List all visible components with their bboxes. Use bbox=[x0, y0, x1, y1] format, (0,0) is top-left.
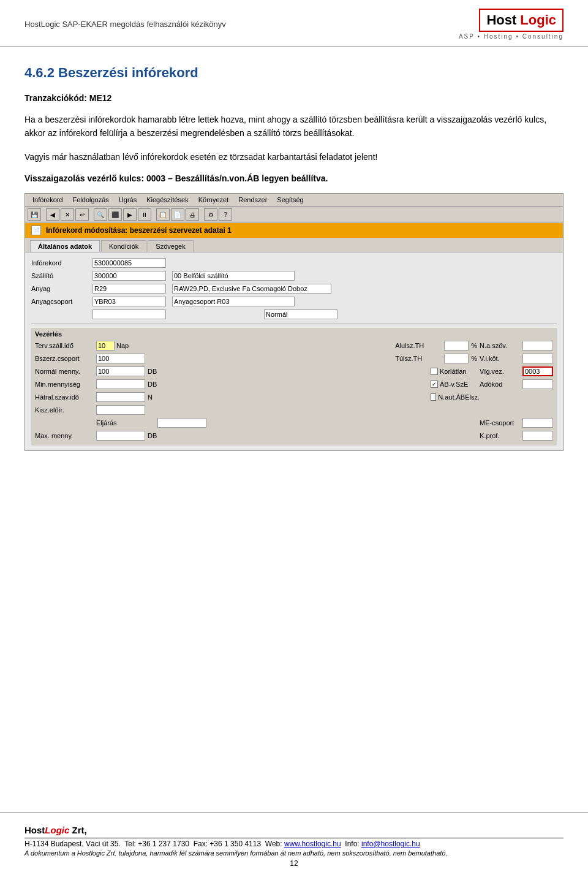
korlátlan-label: Korlátlan bbox=[440, 368, 466, 375]
vezerles-section: Vezérlés Terv.száll.idő 10 Nap Alulsz.TH… bbox=[31, 328, 557, 446]
toolbar-save-btn[interactable]: 💾 bbox=[28, 208, 41, 221]
footer-web-url[interactable]: www.hostlogic.hu bbox=[284, 840, 341, 848]
toolbar-btn3[interactable]: ▶ bbox=[123, 208, 137, 221]
anyag-input[interactable]: R29 bbox=[92, 284, 166, 294]
me-csoport-input[interactable] bbox=[522, 418, 553, 428]
menu-feldolgozas[interactable]: Feldolgozás bbox=[68, 195, 114, 205]
section-number: 4.6.2 bbox=[24, 65, 55, 80]
vi-kot-input[interactable] bbox=[522, 354, 553, 363]
menu-ugras[interactable]: Ugrás bbox=[114, 195, 141, 205]
toolbar-btn5[interactable]: 📋 bbox=[156, 208, 170, 221]
menu-kornyezet[interactable]: Környezet bbox=[194, 195, 234, 205]
normal-menny-label: Normál menny. bbox=[35, 368, 96, 375]
normal-menny-row: Normál menny. 100 DB Korlátlan Víg.vez. … bbox=[35, 366, 553, 377]
bszerz-csoport-input[interactable]: 100 bbox=[96, 354, 145, 363]
vezerles-title: Vezérlés bbox=[35, 330, 553, 338]
page-number: 12 bbox=[24, 859, 564, 868]
toolbar-btn7[interactable]: 🖨 bbox=[186, 208, 199, 221]
visszaigazolas-text: Visszaigazolás vezérlő kulcs: 0003 – Bes… bbox=[24, 173, 564, 183]
toolbar-exit-btn[interactable]: ✕ bbox=[61, 208, 74, 221]
logo-logic: Logic bbox=[520, 12, 556, 28]
ab-v-sze-label: ÁB-v.SzE bbox=[440, 381, 468, 388]
k-prof-label: K.prof. bbox=[480, 432, 522, 439]
bszerz-csoport-label: Bszerz.csoport bbox=[35, 355, 96, 362]
n-aut-checkbox[interactable] bbox=[431, 393, 436, 401]
bszerz-csoport-row: Bszerz.csoport 100 Túlsz.TH % V.i.köt. bbox=[35, 353, 553, 364]
vig-vez-label: Víg.vez. bbox=[480, 368, 522, 375]
footer-disclaimer: A dokumentum a Hostlogic Zrt. tulajdona,… bbox=[24, 849, 564, 857]
form-divider bbox=[31, 324, 557, 324]
menu-kiegeszitesek[interactable]: Kiegészítések bbox=[141, 195, 193, 205]
anyagcsoport-row: Anyagcsoport YBR03 Anyagcsoport R03 bbox=[31, 296, 557, 307]
vig-vez-input[interactable]: 0003 bbox=[522, 366, 553, 376]
toolbar-btn6[interactable]: 📄 bbox=[171, 208, 184, 221]
normal-menny-input[interactable]: 100 bbox=[96, 366, 145, 376]
toolbar-cancel-btn[interactable]: ↩ bbox=[75, 208, 89, 221]
description2: Vagyis már használatban lévő infórekordo… bbox=[24, 150, 564, 164]
adokod-input[interactable] bbox=[522, 379, 553, 389]
tranzakcio-label: Tranzakciókód: ME12 bbox=[24, 93, 564, 103]
toolbar-btn8[interactable]: ⚙ bbox=[204, 208, 217, 221]
inforekord-input[interactable]: 5300000085 bbox=[92, 258, 166, 268]
description1: Ha a beszerzési infórekordok hamarabb lé… bbox=[24, 113, 564, 140]
footer-email[interactable]: info@hostlogic.hu bbox=[361, 840, 420, 848]
terv-szall-label: Terv.száll.idő bbox=[35, 342, 96, 349]
max-menny-unit: DB bbox=[148, 432, 157, 439]
anyagcsoport-label: Anyagcsoport bbox=[31, 298, 92, 305]
hatral-szav-input[interactable] bbox=[96, 392, 145, 402]
alulsz-th-input[interactable] bbox=[444, 341, 469, 351]
anyag-row: Anyag R29 RAW29,PD, Exclusive Fa Csomago… bbox=[31, 283, 557, 294]
tab-szovegek[interactable]: Szövegek bbox=[148, 240, 193, 252]
toolbar-btn9[interactable]: ? bbox=[219, 208, 232, 221]
sap-tabs: Általános adatok Kondíciók Szövegek bbox=[25, 238, 563, 252]
max-menny-input[interactable] bbox=[96, 431, 145, 441]
page-header: HostLogic SAP-EKAER megoldás felhasználó… bbox=[0, 0, 588, 47]
toolbar-back-btn[interactable]: ◀ bbox=[46, 208, 59, 221]
sap-screen: Infórekord Feldolgozás Ugrás Kiegészítés… bbox=[24, 193, 564, 451]
anyag-desc-input: RAW29,PD, Exclusive Fa Csomagoló Doboz bbox=[172, 284, 331, 294]
vi-kot-label: V.i.köt. bbox=[480, 355, 522, 362]
me-csoport-label: ME-csoport bbox=[480, 419, 522, 427]
k-prof-input[interactable] bbox=[522, 431, 553, 441]
sap-menubar: Infórekord Feldolgozás Ugrás Kiegészítés… bbox=[25, 194, 563, 207]
szallito-label: Szállító bbox=[31, 272, 92, 279]
korlátlan-checkbox[interactable] bbox=[431, 368, 438, 375]
sap-toolbar: 💾 ◀ ✕ ↩ 🔍 ⬛ ▶ ⏸ 📋 📄 🖨 ⚙ ? bbox=[25, 207, 563, 223]
bszerz-input[interactable] bbox=[92, 309, 166, 319]
tulsz-percent: % bbox=[471, 355, 477, 362]
eljaras-input[interactable] bbox=[157, 418, 206, 428]
min-menny-input[interactable] bbox=[96, 379, 145, 389]
terv-szall-input[interactable]: 10 bbox=[96, 341, 115, 351]
sap-title-bar: 📄 Infórekord módosítása: beszerzési szer… bbox=[25, 223, 563, 238]
section-title: Beszerzési infórekord bbox=[58, 65, 198, 80]
normal-input: Normál bbox=[264, 309, 337, 319]
document-title: HostLogic SAP-EKAER megoldás felhasználó… bbox=[24, 20, 226, 29]
szallito-desc-input: 00 Belföldi szállító bbox=[172, 271, 295, 281]
toolbar-btn4[interactable]: ⏸ bbox=[138, 208, 151, 221]
anyagcsoport-input[interactable]: YBR03 bbox=[92, 297, 166, 306]
menu-segitseg[interactable]: Segítség bbox=[272, 195, 308, 205]
hatral-szav-row: Hátral.szav.idő N N.aut.ÁBElsz. bbox=[35, 392, 553, 403]
na-szov-input[interactable] bbox=[522, 341, 553, 351]
n-unit: N bbox=[148, 393, 153, 401]
menu-rendszer[interactable]: Rendszer bbox=[233, 195, 272, 205]
tab-altalanos[interactable]: Általános adatok bbox=[30, 240, 100, 252]
page-footer: HostLogic Zrt, H-1134 Budapest, Váci út … bbox=[0, 812, 588, 880]
ab-v-sze-area: ✓ ÁB-v.SzE bbox=[431, 381, 480, 388]
szallito-input[interactable]: 300000 bbox=[92, 271, 166, 281]
footer-fax: Fax: +36 1 350 4113 bbox=[194, 840, 261, 848]
toolbar-btn2[interactable]: ⬛ bbox=[108, 208, 122, 221]
footer-address-text: H-1134 Budapest, Váci út 35. bbox=[24, 840, 121, 848]
tab-kondiciok[interactable]: Kondíciók bbox=[101, 240, 146, 252]
toolbar-btn1[interactable]: 🔍 bbox=[94, 208, 107, 221]
alulsz-th-label: Alulsz.TH bbox=[395, 342, 444, 349]
menu-inforekord[interactable]: Infórekord bbox=[28, 195, 68, 205]
kisz-eloir-input[interactable] bbox=[96, 405, 145, 415]
ab-v-sze-checkbox[interactable]: ✓ bbox=[431, 381, 438, 388]
normal-menny-unit: DB bbox=[148, 368, 157, 375]
eljaras-row: Eljárás ME-csoport bbox=[35, 417, 553, 428]
sap-form: Infórekord 5300000085 Szállító 300000 00… bbox=[25, 252, 563, 450]
kisz-eloir-row: Kisz.előír. bbox=[35, 404, 553, 415]
footer-tel: Tel: +36 1 237 1730 bbox=[124, 840, 189, 848]
tulsz-th-input[interactable] bbox=[444, 354, 469, 363]
